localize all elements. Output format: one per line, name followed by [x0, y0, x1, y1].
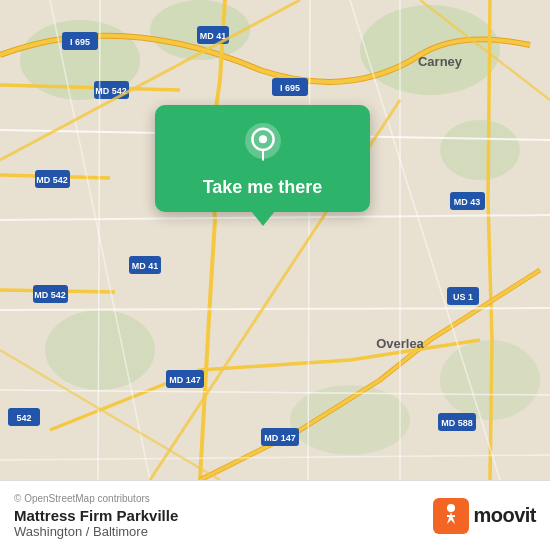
- svg-text:MD 147: MD 147: [264, 433, 296, 443]
- copyright-text: © OpenStreetMap contributors: [14, 493, 178, 504]
- svg-text:MD 147: MD 147: [169, 375, 201, 385]
- popup-card[interactable]: Take me there: [155, 105, 370, 212]
- svg-text:542: 542: [16, 413, 31, 423]
- svg-text:US 1: US 1: [453, 292, 473, 302]
- map-area: I 695 I 695 MD 41 MD 41 MD 542 MD 542 MD…: [0, 0, 550, 480]
- svg-point-5: [45, 310, 155, 390]
- svg-text:MD 542: MD 542: [36, 175, 68, 185]
- svg-point-38: [258, 135, 266, 143]
- location-pin-icon: [241, 123, 285, 167]
- svg-text:Overlea: Overlea: [376, 336, 424, 351]
- svg-text:I 695: I 695: [280, 83, 300, 93]
- moovit-wordmark: moovit: [473, 504, 536, 527]
- svg-text:MD 41: MD 41: [200, 31, 227, 41]
- bottom-bar: © OpenStreetMap contributors Mattress Fi…: [0, 480, 550, 550]
- bottom-left: © OpenStreetMap contributors Mattress Fi…: [14, 493, 178, 539]
- svg-text:MD 43: MD 43: [454, 197, 481, 207]
- svg-text:MD 588: MD 588: [441, 418, 473, 428]
- svg-text:Carney: Carney: [418, 54, 463, 69]
- moovit-logo: moovit: [433, 498, 536, 534]
- svg-text:MD 542: MD 542: [34, 290, 66, 300]
- svg-point-4: [440, 120, 520, 180]
- svg-text:MD 41: MD 41: [132, 261, 159, 271]
- svg-text:I 695: I 695: [70, 37, 90, 47]
- moovit-brand-icon: [433, 498, 469, 534]
- location-name: Mattress Firm Parkville: [14, 507, 178, 524]
- take-me-there-label: Take me there: [203, 177, 323, 198]
- svg-point-40: [447, 504, 455, 512]
- location-region: Washington / Baltimore: [14, 524, 178, 539]
- map-svg: I 695 I 695 MD 41 MD 41 MD 542 MD 542 MD…: [0, 0, 550, 480]
- app: I 695 I 695 MD 41 MD 41 MD 542 MD 542 MD…: [0, 0, 550, 550]
